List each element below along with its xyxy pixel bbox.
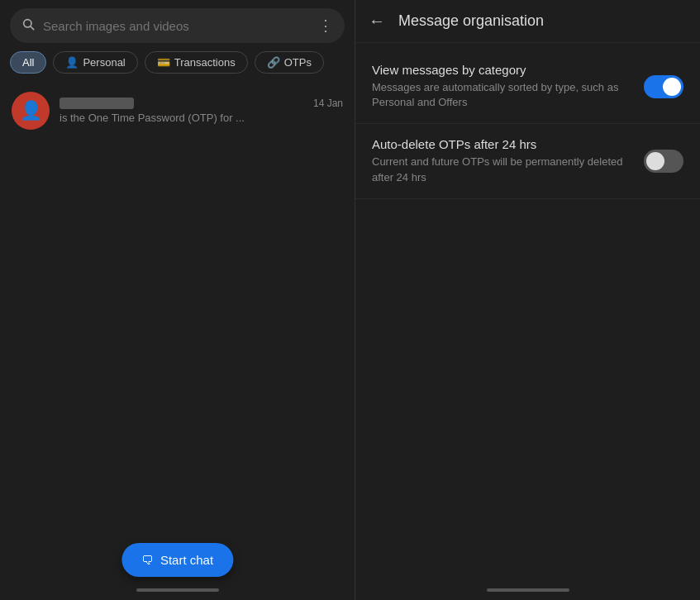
more-options-icon[interactable]: ⋮ (318, 17, 333, 35)
back-button[interactable]: ← (369, 12, 385, 31)
tab-personal[interactable]: 👤 Personal (53, 51, 137, 74)
filter-tabs: All 👤 Personal 💳 Transactions 🔗 OTPs (0, 51, 355, 82)
tab-otps[interactable]: 🔗 OTPs (255, 51, 324, 74)
settings-list: View messages by category Messages are a… (355, 43, 700, 206)
message-date: 14 Jan (313, 98, 343, 109)
setting-desc-view: Messages are automatically sorted by typ… (372, 80, 631, 110)
toggle-auto-delete[interactable] (644, 150, 683, 173)
search-icon (21, 17, 35, 34)
message-header: 14 Jan (60, 98, 343, 109)
tab-personal-label: Personal (83, 56, 125, 69)
left-panel: ⋮ All 👤 Personal 💳 Transactions 🔗 OTPs 👤 (0, 0, 355, 600)
setting-text-view: View messages by category Messages are a… (372, 63, 644, 110)
message-preview: is the One Time Password (OTP) for ... (60, 112, 343, 124)
setting-desc-autodelete: Current and future OTPs will be permanen… (372, 155, 631, 184)
setting-title-autodelete: Auto-delete OTPs after 24 hrs (372, 137, 631, 151)
tab-all[interactable]: All (10, 51, 46, 74)
toggle-slider-autodelete (644, 150, 683, 173)
start-chat-label: Start chat (160, 553, 213, 567)
svg-line-1 (31, 26, 34, 30)
otps-icon: 🔗 (267, 56, 280, 69)
right-panel: ← Message organisation View messages by … (355, 0, 700, 600)
toggle-slider-view (644, 75, 683, 98)
tab-transactions[interactable]: 💳 Transactions (145, 51, 248, 74)
page-title: Message organisation (398, 12, 544, 30)
setting-auto-delete: Auto-delete OTPs after 24 hrs Current an… (355, 124, 700, 198)
setting-title-view: View messages by category (372, 63, 631, 77)
avatar-icon: 👤 (20, 100, 42, 121)
message-row[interactable]: 👤 14 Jan is the One Time Password (OTP) … (0, 82, 355, 140)
search-input[interactable] (43, 19, 310, 33)
setting-view-by-category: View messages by category Messages are a… (355, 50, 700, 124)
tab-all-label: All (22, 56, 34, 69)
start-chat-icon: 🗨 (141, 553, 154, 567)
tab-transactions-label: Transactions (174, 56, 236, 69)
bottom-indicator (136, 588, 219, 592)
toggle-view-by-category[interactable] (644, 75, 683, 98)
message-content: 14 Jan is the One Time Password (OTP) fo… (60, 98, 343, 124)
avatar: 👤 (12, 92, 50, 130)
right-header: ← Message organisation (355, 0, 700, 43)
sender-name (60, 98, 134, 109)
search-bar[interactable]: ⋮ (10, 8, 345, 43)
bottom-indicator-right (487, 588, 569, 592)
message-list: 👤 14 Jan is the One Time Password (OTP) … (0, 82, 355, 600)
personal-icon: 👤 (65, 56, 79, 69)
tab-otps-label: OTPs (284, 56, 312, 69)
transactions-icon: 💳 (157, 56, 170, 69)
start-chat-button[interactable]: 🗨 Start chat (121, 543, 233, 577)
setting-text-autodelete: Auto-delete OTPs after 24 hrs Current an… (372, 137, 644, 184)
